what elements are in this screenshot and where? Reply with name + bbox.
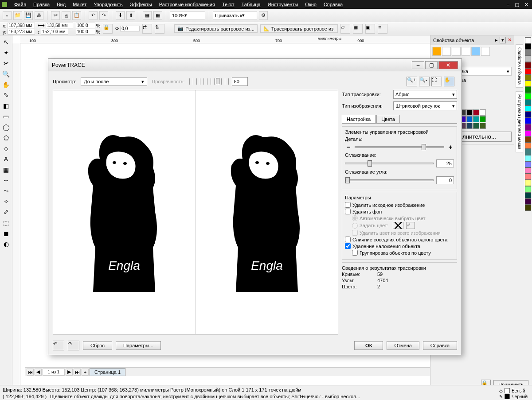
cut-icon[interactable]: ✂: [51, 11, 60, 20]
ok-button[interactable]: ОК: [354, 341, 383, 350]
ellipse-tool-icon[interactable]: ◯: [1, 122, 11, 132]
preview-after[interactable]: Engla: [196, 90, 338, 334]
minimize-icon[interactable]: –: [505, 2, 511, 8]
group-by-color-checkbox[interactable]: [352, 250, 358, 256]
menu-bitmaps[interactable]: Растровые изображения: [156, 2, 219, 7]
palette-swatch[interactable]: [525, 198, 531, 205]
dialog-minimize-icon[interactable]: –: [412, 61, 424, 69]
menu-tools[interactable]: Инструменты: [264, 2, 302, 7]
fill-tab-icon[interactable]: [432, 47, 441, 56]
palette-swatch[interactable]: [525, 167, 531, 174]
new-icon[interactable]: ▫: [3, 11, 12, 20]
tab6-icon[interactable]: [481, 47, 490, 56]
merge-adjacent-checkbox[interactable]: [345, 237, 351, 242]
rectangle-tool-icon[interactable]: ▭: [1, 112, 11, 121]
copy-icon[interactable]: ⎘: [62, 11, 70, 20]
delete-source-checkbox[interactable]: [345, 202, 351, 208]
docker-close-icon[interactable]: ✕: [508, 37, 512, 43]
detail-plus-icon[interactable]: +: [447, 144, 454, 151]
open-icon[interactable]: 📁: [13, 11, 22, 20]
palette-swatch[interactable]: [525, 174, 531, 180]
palette-swatch[interactable]: [525, 99, 531, 105]
preview-before[interactable]: Engla: [53, 90, 196, 334]
y-input[interactable]: [8, 29, 35, 35]
transparency-input[interactable]: [232, 77, 248, 86]
palette-swatch[interactable]: [525, 81, 531, 87]
palette-swatch[interactable]: [525, 130, 531, 136]
detail-minus-icon[interactable]: −: [345, 144, 352, 151]
palette-swatch[interactable]: [525, 56, 531, 62]
palette-swatch[interactable]: [525, 205, 531, 211]
snap-combo[interactable]: Привязать к▾: [213, 11, 257, 20]
crop-icon[interactable]: ▱: [340, 24, 350, 34]
palette-swatch[interactable]: [525, 149, 531, 155]
width-input[interactable]: [46, 23, 73, 28]
prev-page-icon[interactable]: ◀: [35, 369, 42, 376]
palette-swatch[interactable]: [525, 87, 531, 93]
text-tool-icon[interactable]: A: [1, 154, 11, 164]
app-launcher-icon[interactable]: ▦: [143, 11, 152, 20]
menu-view[interactable]: Вид: [53, 2, 69, 7]
last-page-icon[interactable]: ⏭: [74, 369, 81, 376]
welcome-icon[interactable]: ▦: [153, 11, 162, 20]
menu-text[interactable]: Текст: [219, 2, 238, 7]
import-icon[interactable]: ⬇: [116, 11, 125, 20]
scale-x-input[interactable]: [76, 23, 95, 28]
table-tool-icon[interactable]: ▦: [1, 165, 11, 175]
grid-swatch[interactable]: [466, 123, 473, 129]
detail-slider[interactable]: [355, 146, 444, 148]
grid-swatch[interactable]: [473, 123, 479, 129]
options-icon[interactable]: ⚙: [259, 11, 268, 20]
dialog-close-icon[interactable]: ✕: [438, 61, 458, 69]
menu-help[interactable]: Справка: [320, 2, 346, 7]
palette-swatch[interactable]: [525, 136, 531, 143]
fill-swatch[interactable]: [505, 388, 510, 393]
lock-ratio-icon[interactable]: 🔒: [103, 24, 113, 34]
smart-fill-icon[interactable]: ◧: [1, 101, 11, 111]
options-button[interactable]: Параметры...: [116, 341, 161, 350]
preview-mode-combo[interactable]: До и после▾: [81, 77, 147, 86]
undo-icon[interactable]: ↶: [89, 11, 98, 20]
grid-swatch[interactable]: [466, 116, 473, 122]
palette-swatch[interactable]: [525, 50, 531, 56]
basic-shapes-icon[interactable]: ◇: [1, 144, 11, 153]
fit-icon[interactable]: ⛶: [431, 77, 442, 86]
close-icon[interactable]: ✕: [523, 2, 530, 8]
palette-swatch[interactable]: [525, 105, 531, 112]
effects-tool-icon[interactable]: ✧: [1, 197, 11, 206]
height-input[interactable]: [41, 29, 68, 35]
tab4-icon[interactable]: [462, 47, 470, 56]
align-icon[interactable]: ≡: [378, 24, 387, 34]
palette-swatch[interactable]: [525, 43, 531, 50]
tab5-icon[interactable]: [471, 47, 480, 56]
menu-edit[interactable]: Правка: [30, 2, 53, 7]
palette-swatch[interactable]: [525, 112, 531, 118]
grid-swatch[interactable]: [480, 123, 486, 129]
palette-swatch[interactable]: [525, 68, 531, 74]
palette-swatch[interactable]: [525, 180, 531, 186]
image-type-combo[interactable]: Штриховой рисунок▾: [393, 101, 457, 110]
mirror-v-icon[interactable]: ⇅: [155, 24, 164, 34]
first-page-icon[interactable]: ⏮: [27, 369, 34, 376]
grid-swatch[interactable]: [473, 109, 479, 116]
interactive-fill-icon[interactable]: ◐: [1, 239, 11, 249]
palette-swatch[interactable]: [525, 192, 531, 198]
rotation-input[interactable]: [120, 26, 140, 31]
crop-tool-icon[interactable]: ✂: [1, 58, 11, 68]
grid-swatch[interactable]: [480, 116, 486, 122]
reset-button[interactable]: Сброс: [83, 341, 112, 350]
palette-swatch[interactable]: [525, 155, 531, 161]
remove-overlap-checkbox[interactable]: [345, 243, 351, 249]
scale-y-input[interactable]: [76, 29, 95, 35]
delete-bg-checkbox[interactable]: [345, 209, 351, 214]
menu-effects[interactable]: Эффекты: [126, 2, 156, 7]
eyedropper-tool-icon[interactable]: ✐: [1, 207, 11, 217]
outline-tool-icon[interactable]: ⬚: [1, 218, 11, 228]
vtab-color-mask[interactable]: Растровая цветовая маска: [516, 91, 523, 152]
menu-arrange[interactable]: Упорядочить: [90, 2, 126, 7]
outline-tab-icon[interactable]: [442, 47, 451, 56]
page-number-input[interactable]: [43, 369, 65, 376]
pan-tool-icon[interactable]: ✋: [1, 80, 11, 89]
menu-table[interactable]: Таблица: [238, 2, 264, 7]
palette-swatch[interactable]: [525, 143, 531, 149]
